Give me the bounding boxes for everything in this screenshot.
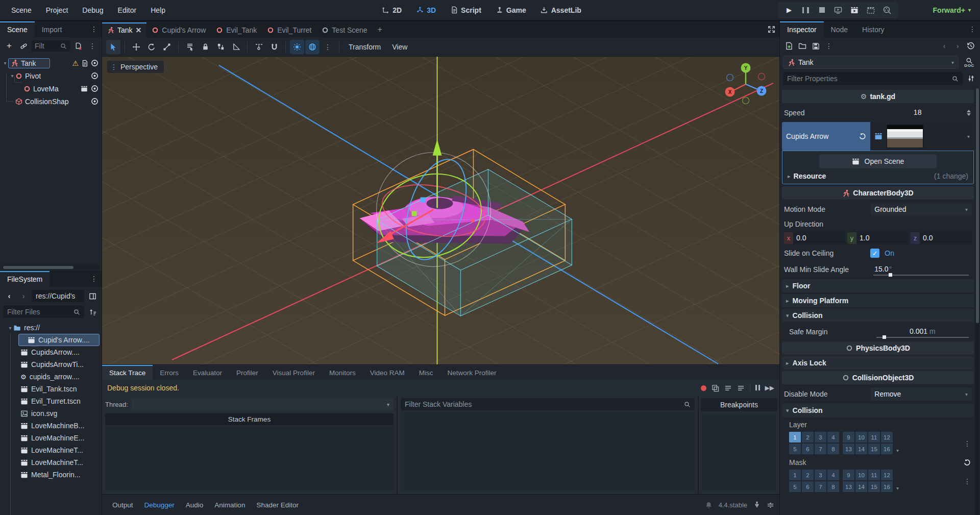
play-scene-button[interactable] [847,4,862,16]
up-direction-y-field[interactable]: y1.0 [847,232,909,244]
mask-bit[interactable]: 9 [843,470,854,480]
fs-forward-button[interactable]: › [17,290,30,302]
copy-error-icon[interactable] [712,384,719,392]
property-cupids-arrow[interactable]: Cupids Arrow ▾ [782,122,974,151]
visibility-icon[interactable] [91,97,99,105]
tab-filesystem[interactable]: FileSystem [0,271,50,287]
group-floor[interactable]: ▸Floor [782,279,974,292]
file-row[interactable]: icon.svg [0,407,102,420]
tab-inspector[interactable]: Inspector [780,21,824,37]
layer-bit[interactable]: 14 [855,444,867,454]
scene-tab-evil-tank[interactable]: Evil_Tank [211,22,262,37]
layer-bit[interactable]: 15 [868,444,880,454]
collapse-errors-icon[interactable] [737,384,745,392]
mask-expand-icon[interactable]: ▾ [896,485,899,492]
fs-split-view-button[interactable] [86,290,99,302]
preview-sun-button[interactable] [290,40,304,54]
safe-margin-slider[interactable] [876,337,969,338]
pin-bottom-panel-icon[interactable] [753,501,761,508]
layer-expand-icon[interactable]: ▾ [896,448,899,454]
file-row[interactable]: CupidsArrowTi... [0,358,102,371]
wall-min-slide-angle-field[interactable]: 15.0 ° [870,262,972,277]
scene-tab-tank[interactable]: Tank ✕ [102,22,146,37]
mask-bit[interactable]: 2 [802,470,814,480]
tab-node[interactable]: Node [824,21,855,37]
tree-row-tank[interactable]: ▾ Tank ⚠ [0,57,102,69]
scene-tab-cupids-arrow[interactable]: Cupid's Arrow [146,22,211,37]
mask-bit[interactable]: 7 [815,481,826,492]
tab-scene[interactable]: Scene [0,21,35,37]
visibility-icon[interactable] [91,85,99,92]
visibility-icon[interactable] [91,59,99,67]
scene-tree-hscrollbar[interactable] [2,265,100,269]
layer-bit[interactable]: 7 [815,444,826,454]
warning-icon[interactable]: ⚠ [72,59,79,67]
load-resource-button[interactable] [796,40,808,52]
bottom-tab-animation[interactable]: Animation [209,498,250,512]
filter-properties-input[interactable]: Filter Properties [783,72,963,85]
preview-environment-button[interactable] [305,40,320,54]
collisionobject3d-section-header[interactable]: CollisionObject3D [782,371,974,384]
mask-bit[interactable]: 10 [855,470,867,480]
expand-bottom-panel-icon[interactable] [767,501,774,509]
snap-settings-button[interactable] [252,40,266,54]
tab-history[interactable]: History [855,21,892,37]
layer-bit[interactable]: 16 [881,444,893,454]
layer-bit[interactable]: 9 [843,432,854,443]
mask-bit[interactable]: 1 [789,470,801,480]
layer-bit[interactable]: 3 [815,432,826,443]
stop-button[interactable] [815,4,829,16]
inspector-scrollbar[interactable] [975,88,979,515]
file-row[interactable]: Metal_Floorin... [0,469,102,481]
instanced-scene-icon[interactable] [81,85,88,92]
switch-script-button[interactable]: Script [445,4,486,16]
open-docs-button[interactable]: DOC [962,57,977,68]
group-collision[interactable]: ▾Collision [782,309,974,322]
bottom-tab-shader-editor[interactable]: Shader Editor [251,498,304,512]
menu-editor[interactable]: Editor [112,4,143,16]
menu-project[interactable]: Project [40,4,75,16]
dbg-tab-visual-profiler[interactable]: Visual Profiler [265,365,322,380]
mask-bit[interactable]: 5 [789,481,801,492]
pause-button[interactable] [798,4,813,16]
tab-import[interactable]: Import [35,21,69,37]
switch-3d-button[interactable]: 3D [411,4,441,16]
tree-row-pivot[interactable]: ▾ Pivot [0,69,102,82]
revert-icon[interactable] [859,133,866,140]
object-history-button[interactable] [965,40,977,52]
dbg-tab-profiler[interactable]: Profiler [229,365,265,380]
inspector-menu-icon[interactable]: ⋮ [965,25,980,33]
group-collision-2[interactable]: ▾Collision [782,404,974,417]
motion-mode-dropdown[interactable]: Grounded ▾ [870,203,972,216]
filter-files-input[interactable]: Filter Files [3,306,84,318]
fs-path-field[interactable]: res://Cupid's [32,290,84,302]
mask-bit[interactable]: 8 [827,481,839,492]
physicsbody3d-section-header[interactable]: PhysicsBody3D [782,341,974,355]
new-scene-tab-button[interactable]: + [373,21,387,37]
visibility-icon[interactable] [91,72,99,80]
bottom-tab-debugger[interactable]: Debugger [139,498,180,512]
mask-bit[interactable]: 15 [868,481,880,492]
save-resource-button[interactable] [810,40,822,52]
history-forward-button[interactable]: › [951,40,964,52]
rotate-mode-button[interactable] [144,40,159,54]
disable-mode-dropdown[interactable]: Remove ▾ [870,387,972,401]
up-direction-x-field[interactable]: x0.0 [784,232,845,244]
notification-bell-icon[interactable] [705,501,713,509]
fs-back-button[interactable]: ‹ [3,290,15,302]
tree-row-collisionshape[interactable]: CollisionShap [0,95,102,108]
resource-group[interactable]: ▸ Resource (1 change) [787,168,969,183]
file-row[interactable]: Evil_Tank.tscn [0,383,102,395]
layer-bit[interactable]: 4 [827,432,839,443]
mask-bit[interactable]: 12 [881,470,893,480]
bottom-tab-audio[interactable]: Audio [181,498,209,512]
attach-script-button[interactable] [72,40,84,52]
new-resource-button[interactable] [783,40,795,52]
lock-node-button[interactable] [198,40,212,54]
script-icon[interactable] [81,60,88,67]
collapse-icon[interactable]: ▾ [2,60,8,66]
mask-bit[interactable]: 6 [802,481,814,492]
edited-object-selector[interactable]: Tank ▾ [783,56,959,69]
safe-margin-field[interactable]: 0.001 m [873,325,972,339]
file-row[interactable]: LoveMachineT... [0,444,102,456]
